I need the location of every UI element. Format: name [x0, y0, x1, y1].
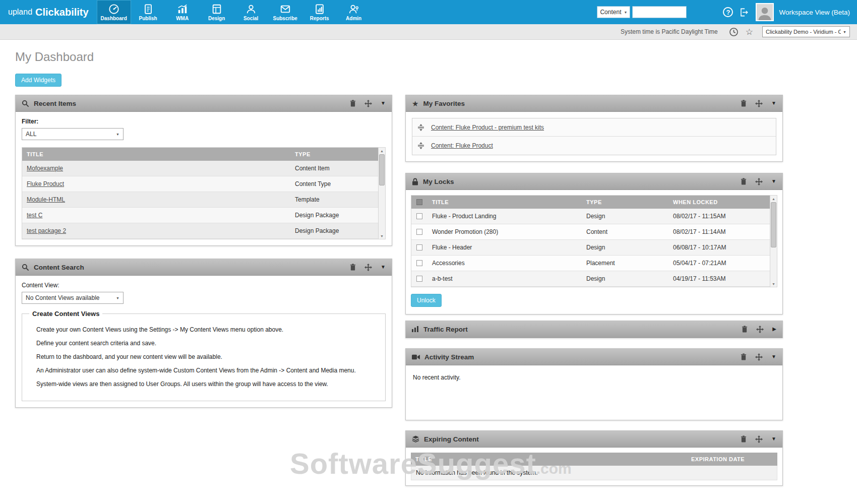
move-icon[interactable]: [364, 100, 372, 107]
trash-icon[interactable]: [741, 100, 747, 107]
collapse-icon[interactable]: ▼: [771, 179, 776, 184]
content-search-header: Content Search ▼: [16, 259, 392, 276]
traffic-report-header: Traffic Report ▶: [406, 321, 782, 338]
nav-label: Dashboard: [101, 16, 127, 21]
secondary-bar: System time is Pacific Daylight Time ☆ C…: [0, 24, 857, 40]
nav-item-dashboard[interactable]: Dashboard: [97, 0, 131, 24]
nav-item-publish[interactable]: Publish: [131, 0, 165, 24]
collapse-icon[interactable]: ▼: [771, 101, 776, 106]
layers-icon: [412, 435, 419, 443]
scrollbar[interactable]: ▲ ▼: [770, 195, 777, 287]
favorite-link[interactable]: Content: Fluke Product: [431, 142, 493, 149]
drag-handle-icon[interactable]: [417, 142, 424, 149]
nav-item-admin[interactable]: Admin: [337, 0, 371, 24]
my-favorites-header: ★ My Favorites ▼: [406, 95, 782, 112]
add-widgets-button[interactable]: Add Widgets: [15, 74, 62, 87]
trash-icon[interactable]: [741, 178, 747, 185]
move-icon[interactable]: [755, 353, 763, 361]
fieldset-title: Create Content Views: [29, 310, 102, 318]
favorite-link[interactable]: Content: Fluke Product - premium test ki…: [431, 124, 544, 131]
row-checkbox[interactable]: [416, 276, 422, 282]
nav-item-wma[interactable]: WMA: [165, 0, 200, 24]
recent-item-link[interactable]: Module-HTML: [27, 196, 65, 203]
row-checkbox[interactable]: [416, 229, 422, 235]
drag-handle-icon[interactable]: [417, 124, 424, 131]
when-cell: 08/02/17 - 11:15AM: [668, 209, 770, 224]
person-icon: [246, 4, 257, 15]
widget-title: Activity Stream: [424, 353, 474, 361]
collapse-icon[interactable]: ▼: [771, 436, 776, 442]
expiring-content-widget: Expiring Content ▼ TITLE EXPIRATION DATE…: [405, 430, 783, 486]
help-icon[interactable]: ?: [723, 7, 733, 17]
filter-select[interactable]: ALL ▼: [22, 128, 124, 140]
recent-item-link[interactable]: Mofoexample: [27, 165, 63, 172]
scrollbar-thumb[interactable]: [771, 202, 776, 247]
move-icon[interactable]: [756, 326, 764, 333]
table-row: Fluke - Header Design 06/08/17 - 10:17AM: [411, 240, 770, 256]
my-favorites-widget: ★ My Favorites ▼ Content: Fluke Product …: [405, 95, 783, 162]
recent-item-link[interactable]: test C: [27, 212, 42, 219]
row-checkbox[interactable]: [416, 213, 422, 219]
expand-icon[interactable]: ▶: [772, 327, 776, 332]
move-icon[interactable]: [364, 264, 372, 271]
trash-icon[interactable]: [741, 435, 747, 443]
scrollbar[interactable]: ▲ ▼: [378, 147, 386, 239]
traffic-report-widget: Traffic Report ▶: [405, 321, 783, 338]
locks-table-header: TITLE TYPE WHEN LOCKED: [411, 196, 770, 209]
when-cell: 06/08/17 - 10:17AM: [668, 240, 770, 255]
widget-title: My Favorites: [423, 100, 465, 107]
nav-item-design[interactable]: Design: [200, 0, 234, 24]
instruction-line: Return to the dashboard, and your new co…: [36, 353, 371, 360]
recent-item-link[interactable]: test package 2: [27, 227, 66, 234]
instruction-line: An Administrator user can also define sy…: [36, 367, 371, 374]
content-view-select[interactable]: No Content Views available ▼: [22, 292, 124, 304]
trash-icon[interactable]: [742, 326, 748, 333]
favorite-star-icon[interactable]: ☆: [746, 28, 753, 36]
bar-chart-icon: [412, 326, 419, 332]
search-icon: [22, 264, 29, 271]
brand-logo[interactable]: upland Clickability: [0, 0, 97, 24]
title-cell: Fluke - Product Landing: [427, 209, 582, 224]
type-cell: Design: [582, 209, 668, 224]
clock-icon[interactable]: [729, 27, 739, 37]
type-cell: Design: [582, 240, 668, 255]
user-avatar[interactable]: [756, 3, 774, 21]
scrollbar-thumb[interactable]: [379, 154, 385, 185]
row-checkbox[interactable]: [416, 260, 422, 266]
nav-item-reports[interactable]: Reports: [302, 0, 337, 24]
content-view-label: Content View:: [22, 282, 386, 289]
scroll-up-icon[interactable]: ▲: [379, 148, 385, 154]
type-cell: Design Package: [290, 208, 378, 223]
collapse-icon[interactable]: ▼: [381, 101, 386, 106]
chevron-down-icon: ▼: [843, 30, 846, 34]
trash-icon[interactable]: [350, 100, 356, 107]
row-checkbox[interactable]: [416, 244, 422, 250]
trash-icon[interactable]: [741, 353, 747, 360]
scroll-down-icon[interactable]: ▼: [379, 233, 385, 239]
collapse-icon[interactable]: ▼: [381, 265, 386, 270]
search-scope-select[interactable]: Content ▼: [597, 6, 630, 18]
move-icon[interactable]: [755, 100, 763, 107]
when-cell: 05/04/17 - 07:21AM: [668, 256, 770, 271]
nav-item-subscribe[interactable]: Subscribe: [268, 0, 302, 24]
collapse-icon[interactable]: ▼: [771, 354, 776, 359]
trash-icon[interactable]: [350, 264, 356, 271]
move-icon[interactable]: [755, 435, 763, 443]
logout-icon[interactable]: [739, 8, 749, 17]
filter-label: Filter:: [22, 118, 386, 125]
workspace-select[interactable]: Clickability Demo - Viridium - Cc ▼: [762, 26, 850, 37]
recent-item-link[interactable]: Fluke Product: [27, 180, 64, 187]
when-cell: 04/19/17 - 11:53AM: [668, 271, 770, 286]
table-row: Module-HTML Template: [22, 192, 378, 208]
widget-title: Recent Items: [34, 100, 76, 107]
nav-item-social[interactable]: Social: [234, 0, 268, 24]
scroll-down-icon[interactable]: ▼: [770, 281, 777, 287]
select-all-checkbox[interactable]: [416, 199, 422, 205]
unlock-button[interactable]: Unlock: [411, 294, 442, 307]
my-locks-widget: My Locks ▼ TITLE TYPE: [405, 173, 783, 314]
global-search-input[interactable]: [632, 6, 687, 18]
nav-label: Reports: [310, 16, 329, 21]
scroll-up-icon[interactable]: ▲: [770, 196, 777, 202]
star-icon: ★: [412, 100, 418, 107]
move-icon[interactable]: [755, 178, 763, 185]
